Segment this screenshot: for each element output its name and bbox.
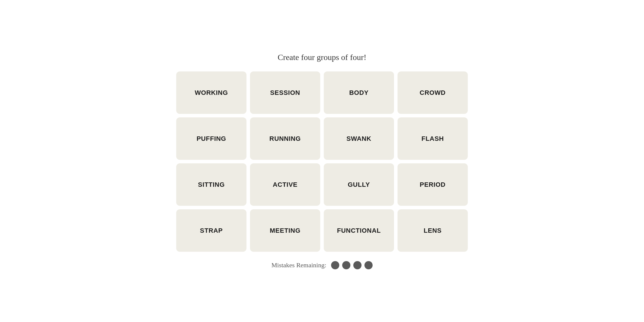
tile-working[interactable]: WORKING — [176, 71, 246, 114]
tile-label: SITTING — [198, 181, 225, 189]
tile-swank[interactable]: SWANK — [324, 117, 394, 160]
tile-label: LENS — [424, 227, 441, 234]
mistake-dot-2 — [342, 261, 350, 269]
tile-sitting[interactable]: SITTING — [176, 163, 246, 206]
tile-label: FUNCTIONAL — [337, 227, 381, 234]
game-container: Create four groups of four! WORKINGSESSI… — [176, 53, 468, 269]
tile-label: PERIOD — [420, 181, 446, 189]
tile-crowd[interactable]: CROWD — [398, 71, 468, 114]
tile-functional[interactable]: FUNCTIONAL — [324, 209, 394, 252]
tile-running[interactable]: RUNNING — [250, 117, 320, 160]
tile-flash[interactable]: FLASH — [398, 117, 468, 160]
tile-label: FLASH — [422, 135, 444, 143]
tile-label: CROWD — [420, 89, 446, 97]
tile-label: PUFFING — [196, 135, 226, 143]
tile-label: STRAP — [200, 227, 223, 234]
tile-grid: WORKINGSESSIONBODYCROWDPUFFINGRUNNINGSWA… — [176, 71, 468, 252]
tile-label: WORKING — [195, 89, 228, 97]
mistake-dot-1 — [331, 261, 339, 269]
mistake-dot-3 — [353, 261, 362, 269]
tile-lens[interactable]: LENS — [398, 209, 468, 252]
tile-period[interactable]: PERIOD — [398, 163, 468, 206]
tile-label: SESSION — [270, 89, 300, 97]
tile-body[interactable]: BODY — [324, 71, 394, 114]
tile-strap[interactable]: STRAP — [176, 209, 246, 252]
mistakes-dots — [331, 261, 373, 269]
tile-puffing[interactable]: PUFFING — [176, 117, 246, 160]
tile-label: MEETING — [270, 227, 301, 234]
mistakes-label: Mistakes Remaining: — [271, 261, 326, 269]
tile-gully[interactable]: GULLY — [324, 163, 394, 206]
game-subtitle: Create four groups of four! — [278, 53, 366, 62]
tile-active[interactable]: ACTIVE — [250, 163, 320, 206]
tile-label: RUNNING — [269, 135, 301, 143]
tile-meeting[interactable]: MEETING — [250, 209, 320, 252]
mistakes-section: Mistakes Remaining: — [271, 261, 373, 269]
tile-label: BODY — [349, 89, 369, 97]
tile-session[interactable]: SESSION — [250, 71, 320, 114]
mistake-dot-4 — [364, 261, 373, 269]
tile-label: GULLY — [348, 181, 370, 189]
tile-label: SWANK — [346, 135, 371, 143]
tile-label: ACTIVE — [273, 181, 298, 189]
